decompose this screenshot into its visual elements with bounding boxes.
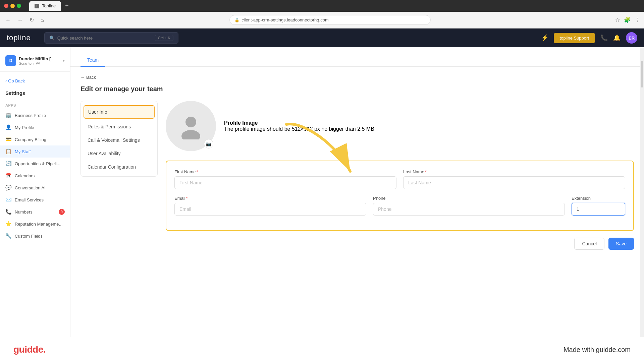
maximize-button[interactable]	[17, 4, 21, 8]
sidebar-item-label: Business Profile	[15, 113, 46, 118]
back-label: Back	[86, 75, 96, 80]
forward-nav-button[interactable]: →	[16, 16, 24, 24]
extension-input[interactable]	[572, 203, 625, 216]
profile-image-text: Profile Image The profile image should b…	[224, 120, 374, 132]
subnav-item-calendar[interactable]: Calendar Configuration	[81, 160, 157, 174]
staff-icon: 📋	[5, 148, 11, 155]
sidebar-item-my-staff[interactable]: 📋 My Staff	[0, 145, 70, 158]
sidebar-item-label: Numbers	[15, 209, 33, 215]
subnav-item-availability[interactable]: User Availability	[81, 147, 157, 160]
reload-button[interactable]: ↻	[28, 15, 35, 24]
extension-label: Extension	[572, 196, 625, 201]
phone-icon[interactable]: 📞	[600, 34, 608, 42]
guidde-logo: guidde.	[13, 344, 46, 355]
go-back-link[interactable]: ‹ Go Back	[5, 78, 65, 83]
tab-favicon: T	[35, 4, 39, 8]
last-name-required: *	[425, 169, 427, 174]
back-link[interactable]: ← Back	[80, 75, 634, 80]
url-bar[interactable]: 🔒 client-app-crm-settings.leadconnectorh…	[229, 15, 431, 25]
page-title: Edit or manage your team	[80, 85, 634, 93]
sidebar-item-my-profile[interactable]: 👤 My Profile	[0, 121, 70, 133]
last-name-group: Last Name*	[403, 169, 625, 189]
phone-input[interactable]	[373, 203, 565, 216]
numbers-badge: 0	[59, 209, 65, 215]
action-row: Cancel Save	[166, 238, 634, 250]
sidebar-item-label: Company Billing	[15, 137, 46, 142]
org-location: Scranton, PA	[19, 61, 60, 65]
first-name-input[interactable]	[174, 176, 396, 189]
menu-icon[interactable]: ⋮	[635, 17, 640, 23]
first-name-required: *	[197, 169, 198, 174]
sidebar-item-custom-fields[interactable]: 🔧 Custom Fields	[0, 230, 70, 242]
go-back-label: Go Back	[8, 78, 25, 83]
sidebar-item-numbers[interactable]: 📞 Numbers 0	[0, 206, 70, 218]
search-bar[interactable]: 🔍 Quick search here Ctrl + K	[44, 32, 178, 44]
nav-right: ⚡ topline Support 📞 🔔 ER	[541, 32, 637, 44]
minimize-button[interactable]	[10, 4, 15, 8]
subnav-item-roles[interactable]: Roles & Permissions	[81, 120, 157, 133]
sidebar-item-label: My Staff	[15, 149, 31, 154]
scrollbar-thumb[interactable]	[641, 61, 643, 87]
email-input[interactable]	[174, 203, 366, 216]
new-tab-button[interactable]: +	[62, 2, 71, 9]
support-button[interactable]: topline Support	[554, 33, 595, 43]
tab-team[interactable]: Team	[80, 54, 105, 67]
top-nav: topline 🔍 Quick search here Ctrl + K ⚡ t…	[0, 28, 644, 47]
subnav-item-call-voicemail[interactable]: Call & Voicemail Settings	[81, 133, 157, 147]
extensions-icon[interactable]: 🧩	[624, 17, 631, 23]
email-required: *	[186, 196, 188, 201]
billing-icon: 💳	[5, 136, 11, 142]
org-info: Dunder Mifflin [... Scranton, PA	[19, 56, 60, 65]
name-row: First Name* Last Name*	[174, 169, 625, 189]
form-area: 📷	[166, 101, 634, 250]
sidebar-item-business-profile[interactable]: 🏢 Business Profile	[0, 109, 70, 121]
conversation-ai-icon: 💬	[5, 185, 11, 191]
search-shortcut: Ctrl + K	[155, 35, 173, 41]
chevron-down-icon: ▾	[63, 58, 65, 63]
address-actions: ☆ 🧩 ⋮	[615, 17, 640, 23]
sidebar-item-calendars[interactable]: 📅 Calendars	[0, 170, 70, 182]
browser-chrome: T Topline +	[0, 0, 644, 12]
search-placeholder: Quick search here	[57, 36, 93, 41]
back-nav-button[interactable]: ←	[4, 16, 12, 24]
my-profile-icon: 👤	[5, 124, 11, 130]
bookmark-icon[interactable]: ☆	[615, 17, 620, 23]
contact-row: Email* Phone Extension	[174, 196, 625, 216]
sidebar-item-email-services[interactable]: ✉️ Email Services	[0, 194, 70, 206]
two-column-layout: User Info Roles & Permissions Call & Voi…	[80, 101, 634, 250]
traffic-lights	[4, 4, 21, 8]
close-button[interactable]	[4, 4, 8, 8]
sidebar-item-company-billing[interactable]: 💳 Company Billing	[0, 133, 70, 145]
business-profile-icon: 🏢	[5, 112, 11, 118]
profile-image-title: Profile Image	[224, 120, 374, 126]
settings-heading: Settings	[0, 87, 70, 99]
last-name-input[interactable]	[403, 176, 625, 189]
calendars-icon: 📅	[5, 173, 11, 179]
email-label: Email*	[174, 196, 366, 201]
lock-icon: 🔒	[234, 18, 239, 22]
sidebar-item-conversation-ai[interactable]: 💬 Conversation AI	[0, 182, 70, 194]
tab-title: Topline	[42, 3, 56, 8]
home-button[interactable]: ⌂	[39, 16, 45, 24]
extension-group: Extension	[572, 196, 625, 216]
sidebar-item-opportunities[interactable]: 🔄 Opportunities & Pipeli...	[0, 158, 70, 170]
active-tab[interactable]: T Topline	[29, 1, 61, 11]
org-avatar: D	[5, 55, 16, 66]
subnav-item-user-info[interactable]: User Info	[84, 105, 155, 119]
sidebar-item-reputation[interactable]: ⭐ Reputation Manageme...	[0, 218, 70, 230]
org-name: Dunder Mifflin [...	[19, 56, 60, 61]
org-selector[interactable]: D Dunder Mifflin [... Scranton, PA ▾	[0, 53, 70, 72]
lightning-icon[interactable]: ⚡	[541, 34, 548, 42]
sidebar-item-label: Calendars	[15, 173, 35, 178]
phone-label: Phone	[373, 196, 565, 201]
bell-icon[interactable]: 🔔	[613, 34, 621, 42]
avatar[interactable]: ER	[626, 32, 637, 44]
sidebar-item-label: Custom Fields	[15, 234, 43, 239]
scrollbar-track[interactable]	[640, 47, 644, 362]
camera-button[interactable]: 📷	[204, 139, 213, 148]
sidebar-item-label: Opportunities & Pipeli...	[15, 161, 60, 166]
save-button[interactable]: Save	[608, 238, 634, 250]
cancel-button[interactable]: Cancel	[574, 238, 604, 250]
form-section: First Name* Last Name*	[166, 161, 634, 231]
chevron-left-icon: ‹	[5, 78, 7, 83]
